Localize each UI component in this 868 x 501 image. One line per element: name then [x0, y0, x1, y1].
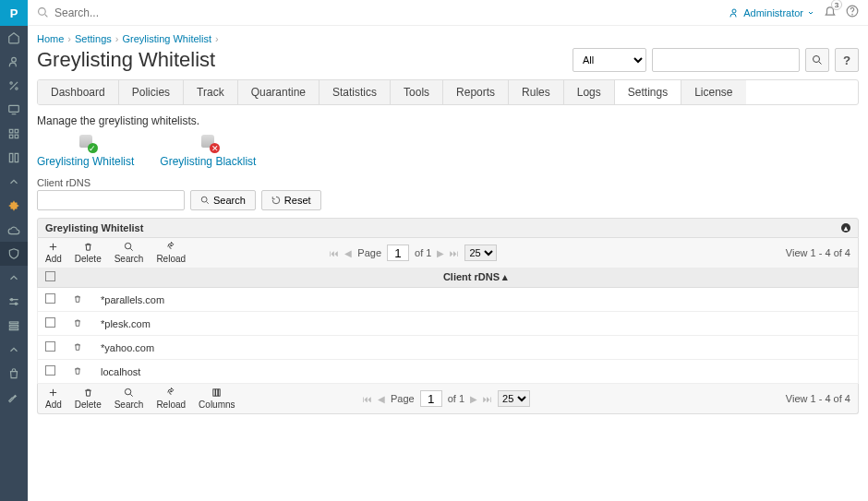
pager-page-input[interactable]	[387, 245, 409, 261]
svg-point-16	[852, 14, 853, 15]
reload-icon	[166, 242, 176, 252]
toolbar-search-button-bottom[interactable]: Search	[115, 388, 144, 410]
pager-size-select-bottom[interactable]: 25	[498, 390, 530, 407]
table-row[interactable]: *yahoo.com	[37, 336, 859, 360]
collapse-icon[interactable]: ▴	[841, 223, 850, 233]
pager-prev-icon[interactable]: ◀	[344, 248, 352, 258]
view-info-top: View 1 - 4 of 4	[786, 247, 850, 258]
row-checkbox[interactable]	[45, 365, 55, 376]
header-search-input[interactable]	[652, 48, 800, 72]
select-all-checkbox[interactable]	[45, 271, 55, 281]
svg-rect-3	[9, 105, 19, 112]
user-name: Administrator	[743, 7, 803, 18]
nav-shield-icon[interactable]	[0, 242, 28, 266]
delete-button-bottom[interactable]: Delete	[75, 388, 102, 410]
row-delete-button[interactable]	[73, 294, 101, 305]
nav-cloud-icon[interactable]	[0, 218, 28, 242]
nav-percent-icon[interactable]	[0, 74, 28, 98]
row-delete-button[interactable]	[73, 318, 101, 329]
filter-search-button[interactable]: Search	[190, 190, 256, 210]
tab-logs[interactable]: Logs	[564, 80, 615, 104]
help-icon	[846, 5, 859, 18]
columns-button[interactable]: Columns	[199, 388, 235, 410]
reload-button[interactable]: Reload	[156, 242, 186, 264]
pager-page-input-bottom[interactable]	[420, 390, 442, 407]
row-checkbox[interactable]	[45, 317, 55, 328]
topbar: Administrator 3	[28, 0, 868, 26]
nav-chevron-up-icon[interactable]	[0, 170, 28, 194]
nav-apps-icon[interactable]	[0, 122, 28, 146]
tab-dashboard[interactable]: Dashboard	[38, 80, 119, 104]
nav-user-icon[interactable]	[0, 50, 28, 74]
nav-wrench-icon[interactable]	[0, 386, 28, 410]
svg-rect-11	[9, 325, 18, 327]
tab-license[interactable]: License	[681, 80, 745, 104]
row-delete-button[interactable]	[73, 366, 101, 377]
plus-icon	[48, 388, 58, 398]
svg-point-20	[125, 388, 130, 394]
tab-quarantine[interactable]: Quarantine	[238, 80, 319, 104]
global-search-input[interactable]	[54, 6, 239, 19]
pager-size-select[interactable]: 25	[464, 245, 497, 261]
add-button-bottom[interactable]: Add	[45, 388, 62, 410]
user-menu[interactable]: Administrator	[729, 7, 814, 18]
search-icon	[124, 242, 134, 252]
client-rdns-input[interactable]	[37, 190, 185, 210]
svg-rect-5	[15, 129, 18, 133]
table-row[interactable]: *parallels.com	[37, 288, 859, 312]
reload-button-bottom[interactable]: Reload	[156, 388, 186, 410]
row-delete-button[interactable]	[73, 342, 101, 353]
table-row[interactable]: *plesk.com	[37, 312, 859, 336]
breadcrumb-settings[interactable]: Settings	[75, 33, 112, 44]
pager-next-icon[interactable]: ▶	[437, 248, 444, 258]
tab-tools[interactable]: Tools	[391, 80, 443, 104]
help-button[interactable]	[846, 5, 859, 20]
filter-reset-button[interactable]: Reset	[261, 190, 321, 210]
tab-rules[interactable]: Rules	[509, 80, 564, 104]
nav-chevron-up-icon-3[interactable]	[0, 338, 28, 362]
tab-policies[interactable]: Policies	[119, 80, 184, 104]
whitelist-link[interactable]: ✓ Greylisting Whitelist	[37, 135, 134, 168]
tab-track[interactable]: Track	[184, 80, 238, 104]
tabs: Dashboard Policies Track Quarantine Stat…	[37, 79, 859, 105]
blacklist-link[interactable]: ✕ Greylisting Blacklist	[160, 135, 256, 168]
add-button[interactable]: Add	[45, 242, 62, 264]
pager-prev-icon[interactable]: ◀	[378, 394, 385, 404]
header-filter-select[interactable]: All	[573, 48, 646, 72]
row-rdns: *plesk.com	[101, 318, 850, 329]
page-title: Greylisting Whitelist	[37, 48, 215, 72]
nav-chevron-up-icon-2[interactable]	[0, 266, 28, 290]
nav-extension-icon[interactable]	[0, 194, 28, 218]
pager-next-icon[interactable]: ▶	[470, 394, 477, 404]
nav-sliders-icon[interactable]	[0, 290, 28, 314]
pager-first-icon[interactable]: ⏮	[330, 248, 339, 258]
pager-last-icon[interactable]: ⏭	[450, 248, 459, 258]
toolbar-search-button[interactable]: Search	[115, 242, 144, 264]
panel-header: Greylisting Whitelist ▴	[37, 218, 859, 238]
app-logo[interactable]: P	[0, 0, 28, 26]
svg-rect-12	[9, 328, 18, 330]
tab-reports[interactable]: Reports	[443, 80, 509, 104]
nav-home-icon[interactable]	[0, 26, 28, 50]
nav-book-icon[interactable]	[0, 146, 28, 170]
breadcrumb-home[interactable]: Home	[37, 33, 64, 44]
tab-settings[interactable]: Settings	[615, 80, 681, 104]
row-rdns: *yahoo.com	[101, 342, 850, 353]
breadcrumb-current[interactable]: Greylisting Whitelist	[122, 33, 211, 44]
notifications-button[interactable]: 3	[824, 5, 837, 20]
row-checkbox[interactable]	[45, 341, 55, 352]
header-search-button[interactable]	[805, 48, 829, 72]
table-row[interactable]: localhost	[37, 360, 859, 384]
panel-title: Greylisting Whitelist	[45, 222, 143, 233]
pager-first-icon[interactable]: ⏮	[363, 394, 372, 404]
delete-button[interactable]: Delete	[75, 242, 102, 264]
tab-statistics[interactable]: Statistics	[319, 80, 391, 104]
trash-icon	[73, 318, 82, 328]
header-help-button[interactable]: ?	[835, 48, 859, 72]
nav-bag-icon[interactable]	[0, 362, 28, 386]
col-rdns-header[interactable]: Client rDNS	[443, 271, 500, 282]
nav-monitor-icon[interactable]	[0, 98, 28, 122]
row-checkbox[interactable]	[45, 293, 55, 304]
pager-last-icon[interactable]: ⏭	[483, 394, 492, 404]
nav-list-icon[interactable]	[0, 314, 28, 338]
